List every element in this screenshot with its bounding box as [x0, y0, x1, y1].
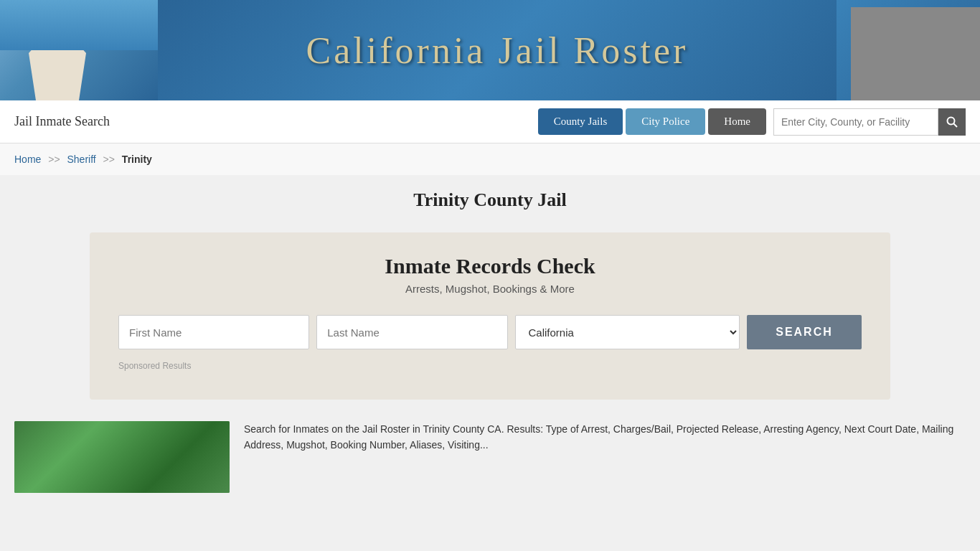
state-select[interactable]: AlabamaAlaskaArizonaArkansasCaliforniaCo…: [515, 315, 740, 349]
records-check-box: Inmate Records Check Arrests, Mugshot, B…: [90, 232, 890, 400]
navbar: Jail Inmate Search County Jails City Pol…: [0, 100, 980, 143]
breadcrumb-sheriff[interactable]: Sheriff: [67, 154, 96, 165]
facility-image: [14, 421, 230, 493]
county-jails-button[interactable]: County Jails: [538, 108, 623, 135]
sponsored-label: Sponsored Results: [118, 361, 862, 371]
svg-line-1: [954, 123, 958, 127]
records-form: AlabamaAlaskaArizonaArkansasCaliforniaCo…: [118, 315, 862, 349]
breadcrumb: Home >> Sheriff >> Trinity: [0, 143, 980, 175]
page-title: Trinity County Jail: [0, 175, 980, 232]
facility-description: Search for Inmates on the Jail Roster in…: [244, 421, 966, 493]
nav-buttons: County Jails City Police Home: [538, 108, 766, 135]
search-input[interactable]: [773, 108, 938, 136]
breadcrumb-sep1: >>: [48, 154, 60, 165]
breadcrumb-sep2: >>: [103, 154, 115, 165]
site-title: California Jail Roster: [306, 29, 689, 72]
breadcrumb-current: Trinity: [122, 154, 152, 165]
nav-brand: Jail Inmate Search: [14, 114, 538, 129]
svg-point-0: [948, 117, 955, 124]
breadcrumb-home[interactable]: Home: [14, 154, 41, 165]
search-icon-button[interactable]: [938, 108, 966, 136]
banner-left-image: [0, 0, 158, 100]
site-banner: California Jail Roster: [0, 0, 980, 100]
banner-right-image: [837, 0, 980, 100]
last-name-input[interactable]: [316, 315, 507, 349]
first-name-input[interactable]: [118, 315, 309, 349]
records-search-button[interactable]: SEARCH: [747, 315, 862, 349]
bottom-section: Search for Inmates on the Jail Roster in…: [0, 407, 980, 493]
search-icon: [946, 116, 958, 128]
search-bar: [773, 108, 966, 136]
home-button[interactable]: Home: [708, 108, 766, 135]
records-title: Inmate Records Check: [118, 254, 862, 278]
banner-center: California Jail Roster: [158, 0, 837, 100]
city-police-button[interactable]: City Police: [626, 108, 705, 135]
records-subtitle: Arrests, Mugshot, Bookings & More: [118, 283, 862, 295]
